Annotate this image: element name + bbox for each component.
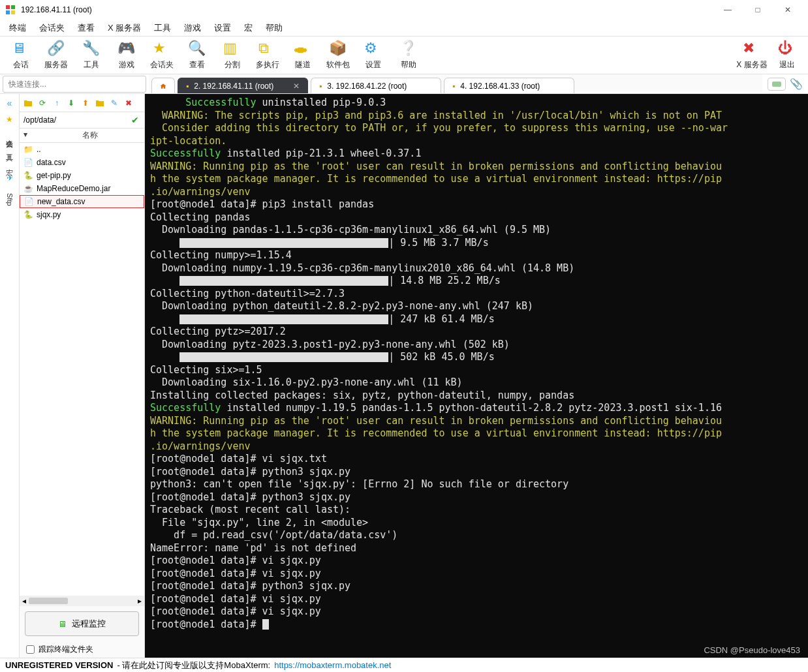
packages-icon: 📦 bbox=[329, 40, 347, 58]
toolbar-games[interactable]: 🎮游戏 bbox=[110, 38, 144, 73]
file-icon: 🐍 bbox=[23, 210, 33, 219]
server-icon: 🔗 bbox=[47, 40, 65, 58]
toolbar-packages[interactable]: 📦软件包 bbox=[321, 38, 355, 73]
exit-icon: ⏻ bbox=[778, 40, 796, 58]
file-icon: 📄 bbox=[24, 197, 33, 206]
status-mid: - 请在此处订阅专业版以支持MobaXterm: bbox=[117, 660, 270, 671]
terminal[interactable]: Successfully uninstalled pip-9.0.3 WARNI… bbox=[145, 94, 808, 658]
server-status-icon[interactable] bbox=[768, 78, 786, 91]
sidebar-star-icon[interactable]: ★ bbox=[6, 115, 13, 124]
window-title: 192.168.41.11 (root) bbox=[21, 5, 713, 14]
monitor-icon: 🖥 bbox=[58, 619, 67, 629]
menu-3[interactable]: X 服务器 bbox=[102, 20, 146, 36]
menu-5[interactable]: 游戏 bbox=[179, 20, 206, 36]
toolbar-xserver[interactable]: ✖X 服务器 bbox=[735, 38, 769, 73]
file-list: 📁..📄data.csv🐍get-pip.py☕MapReduceDemo.ja… bbox=[20, 143, 144, 596]
collapse-icon[interactable]: « bbox=[7, 98, 12, 108]
svg-rect-4 bbox=[772, 82, 781, 87]
unregistered-label: UNREGISTERED VERSION bbox=[5, 660, 113, 670]
sidetab-tools[interactable]: 工具 bbox=[5, 145, 14, 153]
file-row[interactable]: 📁.. bbox=[20, 143, 144, 156]
main-area: « ★ 会话夹 工具 宏 ✈ Sftp ⟳ ↑ ⬇ ⬆ ✎ ✖ ✔ ▾ 名称 📁… bbox=[0, 94, 808, 658]
sftp-path: ✔ bbox=[20, 112, 144, 129]
app-icon bbox=[5, 5, 16, 15]
menu-8[interactable]: 帮助 bbox=[260, 20, 288, 36]
xserver-icon: ✖ bbox=[743, 40, 761, 58]
follow-checkbox-input[interactable] bbox=[26, 645, 35, 654]
col-name[interactable]: 名称 bbox=[82, 130, 141, 141]
tab-2[interactable]: ▪4. 192.168.41.33 (root) bbox=[444, 78, 574, 93]
path-input[interactable] bbox=[22, 114, 129, 126]
split-icon: ▥ bbox=[223, 40, 241, 58]
menu-1[interactable]: 会话夹 bbox=[34, 20, 70, 36]
main-toolbar: 🖥会话🔗服务器🔧工具🎮游戏★会话夹🔍查看▥分割⧉多执行🕳隧道📦软件包⚙设置❔帮助… bbox=[0, 37, 808, 74]
help-icon: ❔ bbox=[399, 40, 418, 58]
menu-2[interactable]: 查看 bbox=[72, 20, 100, 36]
multiexec-icon: ⧉ bbox=[258, 40, 277, 58]
sftp-toolbar: ⟳ ↑ ⬇ ⬆ ✎ ✖ bbox=[20, 94, 144, 112]
maximize-button[interactable]: □ bbox=[743, 0, 773, 20]
tab-0[interactable]: ▪2. 192.168.41.11 (root)✕ bbox=[178, 78, 308, 93]
quick-tabs-row: ▪2. 192.168.41.11 (root)✕▪3. 192.168.41.… bbox=[0, 74, 808, 94]
sidetab-sftp-icon[interactable]: ✈ bbox=[7, 174, 13, 183]
tab-close-icon[interactable]: ✕ bbox=[293, 82, 300, 91]
sftp-panel: ⟳ ↑ ⬇ ⬆ ✎ ✖ ✔ ▾ 名称 📁..📄data.csv🐍get-pip.… bbox=[20, 94, 145, 658]
toolbar-view[interactable]: 🔍查看 bbox=[180, 38, 214, 73]
folder-icon[interactable] bbox=[22, 97, 34, 109]
toolbar-multiexec[interactable]: ⧉多执行 bbox=[251, 38, 285, 73]
toolbar-tools[interactable]: 🔧工具 bbox=[74, 38, 108, 73]
svg-rect-3 bbox=[11, 10, 15, 14]
view-icon: 🔍 bbox=[188, 40, 206, 58]
left-tabs: « ★ 会话夹 工具 宏 ✈ Sftp bbox=[0, 94, 20, 658]
file-icon: 📄 bbox=[23, 158, 33, 167]
mobaxterm-link[interactable]: https://mobaxterm.mobatek.net bbox=[274, 660, 391, 670]
attach-icon[interactable]: 📎 bbox=[790, 78, 803, 90]
newfolder-icon[interactable] bbox=[94, 97, 106, 109]
menu-4[interactable]: 工具 bbox=[149, 20, 176, 36]
newfile-icon[interactable]: ✎ bbox=[108, 97, 120, 109]
sidetab-session[interactable]: 会话夹 bbox=[5, 130, 14, 138]
toolbar-tunnel[interactable]: 🕳隧道 bbox=[286, 38, 320, 73]
menu-7[interactable]: 宏 bbox=[239, 20, 258, 36]
terminal-icon: ▪ bbox=[319, 82, 322, 91]
up-icon[interactable]: ↑ bbox=[51, 97, 63, 109]
file-row[interactable]: 🐍sjqx.py bbox=[20, 208, 144, 221]
toolbar-session-folder[interactable]: ★会话夹 bbox=[145, 38, 179, 73]
menu-0[interactable]: 终端 bbox=[4, 20, 31, 36]
sidetab-macro[interactable]: 宏 bbox=[5, 159, 14, 167]
home-tab[interactable] bbox=[151, 78, 175, 93]
toolbar-settings[interactable]: ⚙设置 bbox=[356, 38, 390, 73]
close-button[interactable]: ✕ bbox=[773, 0, 803, 20]
svg-rect-1 bbox=[11, 5, 15, 9]
sidetab-sftp[interactable]: Sftp bbox=[6, 189, 14, 210]
file-icon: 🐍 bbox=[23, 171, 33, 180]
toolbar-server[interactable]: 🔗服务器 bbox=[39, 38, 73, 73]
minimize-button[interactable]: — bbox=[713, 0, 743, 20]
download-icon[interactable]: ⬇ bbox=[65, 97, 77, 109]
list-header[interactable]: ▾ 名称 bbox=[20, 129, 144, 143]
toolbar-help[interactable]: ❔帮助 bbox=[392, 38, 426, 73]
svg-rect-0 bbox=[6, 5, 10, 9]
upload-icon[interactable]: ⬆ bbox=[80, 97, 91, 109]
file-icon: 📁 bbox=[23, 145, 33, 154]
remote-monitor-button[interactable]: 🖥 远程监控 bbox=[25, 611, 139, 636]
tab-1[interactable]: ▪3. 192.168.41.22 (root) bbox=[311, 78, 441, 93]
tab-extras: 📎 bbox=[762, 74, 808, 93]
menu-6[interactable]: 设置 bbox=[209, 20, 236, 36]
terminal-icon: ▪ bbox=[186, 82, 189, 91]
toolbar-exit[interactable]: ⏻退出 bbox=[770, 38, 804, 73]
scrollbar-horizontal[interactable]: ◂▸ bbox=[20, 596, 144, 606]
file-icon: ☕ bbox=[23, 184, 33, 193]
follow-terminal-checkbox[interactable]: 跟踪终端文件夹 bbox=[20, 641, 144, 658]
statusbar: UNREGISTERED VERSION - 请在此处订阅专业版以支持MobaX… bbox=[0, 658, 808, 672]
games-icon: 🎮 bbox=[117, 40, 136, 58]
file-row[interactable]: 📄data.csv bbox=[20, 156, 144, 169]
toolbar-split[interactable]: ▥分割 bbox=[215, 38, 249, 73]
quick-connect-input[interactable] bbox=[3, 76, 146, 93]
toolbar-session[interactable]: 🖥会话 bbox=[4, 38, 38, 73]
file-row[interactable]: 🐍get-pip.py bbox=[20, 169, 144, 182]
delete-icon[interactable]: ✖ bbox=[123, 97, 134, 109]
refresh-icon[interactable]: ⟳ bbox=[37, 97, 48, 109]
file-row[interactable]: 📄new_data.csv bbox=[20, 195, 144, 208]
file-row[interactable]: ☕MapReduceDemo.jar bbox=[20, 182, 144, 195]
